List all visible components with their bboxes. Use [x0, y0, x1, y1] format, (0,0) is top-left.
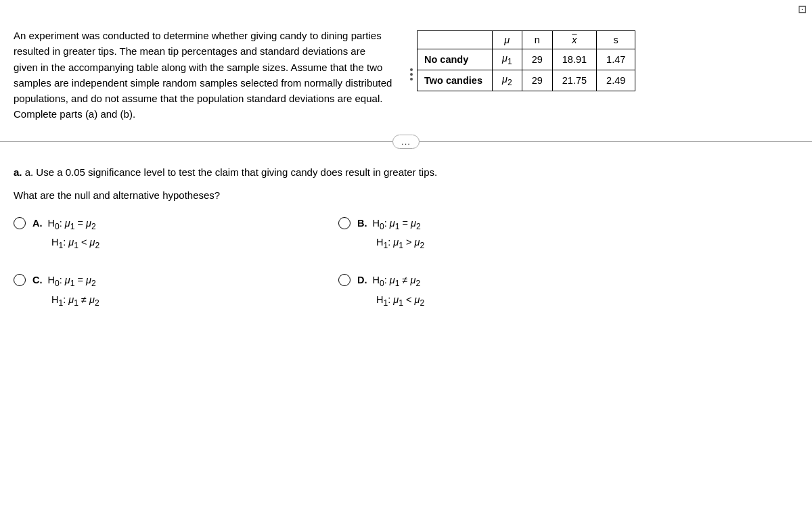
option-a-radio[interactable]	[14, 217, 26, 229]
option-c-content: C. H0: μ1 = μ2 H1: μ1 ≠ μ2	[32, 273, 99, 309]
option-b-label: B.	[357, 218, 367, 229]
more-button[interactable]: ...	[392, 135, 420, 149]
table-header-n: n	[522, 31, 552, 49]
option-a-h1: H1: μ1 < μ2	[32, 235, 99, 252]
row-n-no-candy: 29	[522, 49, 552, 70]
row-x-two-candies: 21.75	[552, 70, 596, 91]
option-b-radio[interactable]	[338, 217, 351, 229]
data-table: μ n x s No candy μ1 29 18.91 1.47	[417, 30, 635, 91]
option-a: A. H0: μ1 = μ2 H1: μ1 < μ2	[14, 216, 298, 252]
table-header-empty	[418, 31, 493, 49]
problem-text: An experiment was conducted to determine…	[14, 28, 392, 122]
option-b-content: B. H0: μ1 = μ2 H1: μ1 > μ2	[357, 216, 424, 252]
table-header-x: x	[552, 31, 596, 49]
row-x-no-candy: 18.91	[552, 49, 596, 70]
row-s-two-candies: 2.49	[597, 70, 635, 91]
part-a-label: a.	[14, 166, 25, 178]
table-row-no-candy: No candy μ1 29 18.91 1.47	[418, 49, 635, 70]
table-row-two-candies: Two candies μ2 29 21.75 2.49	[418, 70, 635, 91]
option-b: B. H0: μ1 = μ2 H1: μ1 > μ2	[338, 216, 623, 252]
row-label-two-candies: Two candies	[418, 70, 493, 91]
option-d-h0: D. H0: μ1 ≠ μ2	[357, 273, 424, 290]
option-d-h1: H1: μ1 < μ2	[357, 292, 424, 310]
options-grid: A. H0: μ1 = μ2 H1: μ1 < μ2 B. H0: μ1 = μ…	[14, 216, 623, 310]
expand-icon[interactable]: ⊡	[798, 3, 807, 16]
table-header-mu: μ	[492, 31, 522, 49]
row-n-two-candies: 29	[522, 70, 552, 91]
divider-row: ...	[0, 129, 812, 154]
row-label-no-candy: No candy	[418, 49, 493, 70]
option-a-content: A. H0: μ1 = μ2 H1: μ1 < μ2	[32, 216, 99, 252]
option-d-content: D. H0: μ1 ≠ μ2 H1: μ1 < μ2	[357, 273, 424, 309]
data-table-wrapper: μ n x s No candy μ1 29 18.91 1.47	[417, 28, 635, 91]
option-d-radio[interactable]	[338, 274, 351, 286]
option-c-h1: H1: μ1 ≠ μ2	[32, 292, 99, 310]
option-c-label: C.	[32, 275, 43, 285]
option-c-h0: C. H0: μ1 = μ2	[32, 273, 99, 290]
option-d-label: D.	[357, 275, 367, 285]
option-b-h1: H1: μ1 > μ2	[357, 235, 424, 252]
row-s-no-candy: 1.47	[597, 49, 635, 70]
option-c-radio[interactable]	[14, 274, 26, 286]
part-a-instruction: a. a. Use a 0.05 significance level to t…	[14, 165, 792, 181]
hypotheses-question: What are the null and alternative hypoth…	[14, 189, 792, 201]
drag-handle[interactable]	[406, 68, 417, 80]
option-a-label: A.	[32, 218, 43, 229]
option-a-h0: A. H0: μ1 = μ2	[32, 216, 99, 233]
option-c: C. H0: μ1 = μ2 H1: μ1 ≠ μ2	[14, 273, 298, 309]
table-header-s: s	[597, 31, 635, 49]
bottom-section: a. a. Use a 0.05 significance level to t…	[0, 154, 812, 323]
option-b-h0: B. H0: μ1 = μ2	[357, 216, 424, 233]
row-mu-two-candies: μ2	[492, 70, 522, 91]
row-mu-no-candy: μ1	[492, 49, 522, 70]
option-d: D. H0: μ1 ≠ μ2 H1: μ1 < μ2	[338, 273, 623, 309]
